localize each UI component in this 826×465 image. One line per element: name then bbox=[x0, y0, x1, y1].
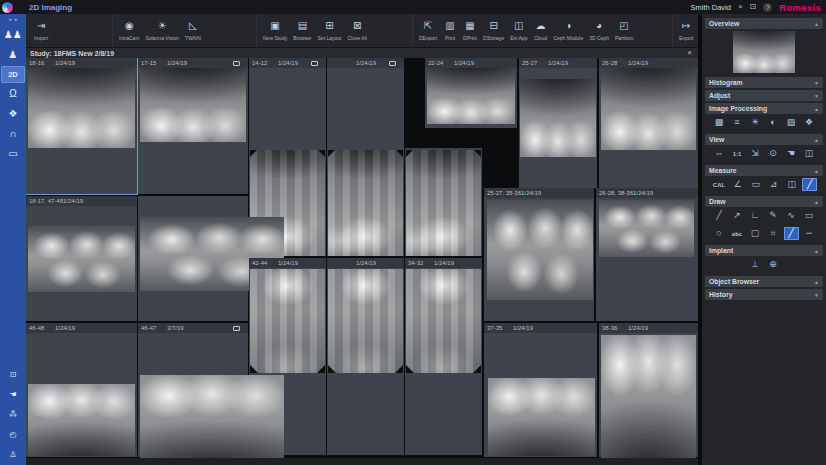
remote-monitor-icon[interactable]: ⊡ bbox=[750, 3, 757, 11]
export-button[interactable]: ↦Export bbox=[676, 14, 696, 47]
intracam-button[interactable]: ◉IntraCam bbox=[116, 14, 143, 47]
pen-tool[interactable]: ✎ bbox=[766, 209, 781, 222]
freehand-tool[interactable]: ∽ bbox=[802, 227, 817, 240]
intracam-icon: ◉ bbox=[125, 20, 134, 33]
magnify-tool[interactable]: ⊙ bbox=[766, 147, 781, 160]
section-header-adjust[interactable]: Adjust▼ bbox=[705, 90, 823, 101]
ellipse-tool[interactable]: ○ bbox=[712, 227, 727, 240]
twain-icon: ◺ bbox=[189, 20, 197, 33]
sidebar-item-displays[interactable]: ⊡ bbox=[0, 365, 26, 385]
rectangle-tool[interactable]: ▭ bbox=[802, 209, 817, 222]
text-tool[interactable]: abc bbox=[730, 227, 745, 240]
section-header-view[interactable]: View▲ bbox=[705, 134, 823, 145]
emboss-tool[interactable]: ❖ bbox=[802, 116, 817, 129]
sharpen-tool[interactable]: ▨ bbox=[784, 116, 799, 129]
tile-header: 37-351/24/19 bbox=[484, 323, 597, 333]
section-header-object-browser[interactable]: Object Browser▲ bbox=[705, 276, 823, 287]
sidebar-item-files[interactable]: ▭ bbox=[0, 144, 26, 164]
area-tool[interactable]: ◫ bbox=[784, 178, 799, 191]
actual-size-tool[interactable]: 1:1 bbox=[730, 147, 745, 160]
filter-tool[interactable]: ▩ bbox=[712, 116, 727, 129]
implant-library-tool[interactable]: ⊥ bbox=[748, 258, 763, 271]
browser-button[interactable]: ▤Browser bbox=[290, 14, 314, 47]
sidebar-item-approve[interactable]: ☚ bbox=[0, 385, 26, 405]
sidebar-item-connections[interactable]: ⁂ bbox=[0, 405, 26, 425]
section-header-histogram[interactable]: Histogram▼ bbox=[705, 77, 823, 88]
sidebar-item-patient[interactable]: ♟ bbox=[0, 45, 26, 65]
invert-tool[interactable]: ◐ bbox=[766, 116, 781, 129]
close-all-button[interactable]: ⊠Close All bbox=[344, 14, 369, 47]
partition-button[interactable]: ◰Partition bbox=[612, 14, 636, 47]
solanna-vision-button[interactable]: ☀Solanna Vision bbox=[143, 14, 182, 47]
twain-button[interactable]: ◺TWAIN bbox=[182, 14, 204, 47]
section-history: History▼ bbox=[705, 289, 823, 300]
collapse-icon[interactable]: ◂ bbox=[8, 16, 11, 22]
section-object-browser: Object Browser▲ bbox=[705, 276, 823, 287]
chevron-up-icon: ▲ bbox=[814, 137, 819, 143]
tile-header: 26-28, 38-361/24/19 bbox=[596, 188, 698, 198]
sidebar-item-3d-module[interactable]: ❖ bbox=[0, 104, 26, 124]
close-study-icon[interactable]: × bbox=[687, 49, 692, 57]
overview-window-tool[interactable]: ◫ bbox=[802, 147, 817, 160]
dprint-button[interactable]: ▦DPrint bbox=[460, 14, 480, 47]
help-icon[interactable]: ? bbox=[763, 3, 772, 12]
xray-image bbox=[599, 200, 694, 257]
draw-line-tool[interactable]: ╱ bbox=[784, 227, 799, 240]
ceph-module-button[interactable]: ◑Ceph Module bbox=[550, 14, 586, 47]
3d-ceph-button[interactable]: ◕3D Ceph bbox=[586, 14, 612, 47]
sidebar-item-admin[interactable]: ♙ bbox=[0, 445, 26, 465]
select-rect-tool[interactable]: ▢ bbox=[748, 227, 763, 240]
close-patient-icon[interactable]: × bbox=[738, 3, 743, 11]
ext-app-button[interactable]: ◫Ext App bbox=[507, 14, 530, 47]
cloud-button[interactable]: ☁Cloud bbox=[530, 14, 550, 47]
sidebar-item-2d-imaging[interactable]: 2D bbox=[1, 66, 25, 83]
new-study-label: New Study bbox=[263, 35, 287, 41]
xray-image bbox=[250, 269, 325, 373]
section-header-draw[interactable]: Draw▲ bbox=[705, 196, 823, 207]
fit-screen-tool[interactable]: ⇔ bbox=[712, 147, 727, 160]
section-title: Histogram bbox=[709, 79, 743, 86]
arrow-tool[interactable]: ↗ bbox=[730, 209, 745, 222]
levels-tool[interactable]: ≡ bbox=[730, 116, 745, 129]
polyline-tool[interactable]: ∟ bbox=[748, 209, 763, 222]
tile-date: 1/24/19 bbox=[63, 198, 83, 204]
section-header-overview[interactable]: Overview▲ bbox=[705, 18, 823, 29]
tile-header: 26-281/24/19 bbox=[599, 58, 698, 68]
ruler-tool[interactable]: ▭ bbox=[748, 178, 763, 191]
new-study-button[interactable]: ▣New Study bbox=[260, 14, 290, 47]
dexport-button[interactable]: ⇱DExport bbox=[416, 14, 440, 47]
brightness-tool[interactable]: ☀ bbox=[748, 116, 763, 129]
sidebar-item-clinic[interactable]: Ω bbox=[0, 84, 26, 104]
line-tool[interactable]: ╱ bbox=[712, 209, 727, 222]
partition-icon: ◰ bbox=[619, 20, 628, 33]
sidebar-item-tmj[interactable]: ∩ bbox=[0, 124, 26, 144]
curve-tool[interactable]: ∿ bbox=[784, 209, 799, 222]
set-layout-button[interactable]: ⊞Set Layout bbox=[315, 14, 345, 47]
expand-icon[interactable]: ▸ bbox=[15, 16, 18, 22]
section-header-implant[interactable]: Implant▲ bbox=[705, 245, 823, 256]
line-measure-tool[interactable]: ╱ bbox=[802, 178, 817, 191]
section-header-image-processing[interactable]: Image Processing▲ bbox=[705, 103, 823, 114]
fit-area-tool[interactable]: ⇲ bbox=[748, 147, 763, 160]
calibrate-tool[interactable]: CAL bbox=[711, 178, 727, 191]
chevron-down-icon: ▼ bbox=[814, 93, 819, 99]
import-button[interactable]: ⇥Import bbox=[31, 14, 51, 47]
cloud-label: Cloud bbox=[534, 35, 547, 41]
tile-teeth-label: 18-17, 47-48 bbox=[29, 198, 63, 204]
sidebar-item-recent[interactable]: ◴ bbox=[0, 425, 26, 445]
tile-header: 18-161/24/19 bbox=[26, 58, 137, 68]
print-button[interactable]: ▥Print bbox=[440, 14, 460, 47]
new-study-icon: ▣ bbox=[270, 20, 279, 33]
implant-plan-tool[interactable]: ⊕ bbox=[766, 258, 781, 271]
pan-tool[interactable]: ☚ bbox=[784, 147, 799, 160]
angle-tool[interactable]: ∠ bbox=[730, 178, 745, 191]
profile-tool[interactable]: ⊿ bbox=[766, 178, 781, 191]
section-header-history[interactable]: History▼ bbox=[705, 289, 823, 300]
dstorage-button[interactable]: ⊟DStorage bbox=[480, 14, 507, 47]
tile-header: 14-121/24/19 bbox=[249, 58, 326, 68]
section-header-measure[interactable]: Measure▲ bbox=[705, 165, 823, 176]
dprint-icon: ▦ bbox=[465, 20, 474, 33]
cloud-icon: ☁ bbox=[535, 20, 545, 33]
sidebar-item-patients[interactable]: ♟♟ bbox=[0, 25, 26, 45]
crop-tool[interactable]: ⌗ bbox=[766, 227, 781, 240]
